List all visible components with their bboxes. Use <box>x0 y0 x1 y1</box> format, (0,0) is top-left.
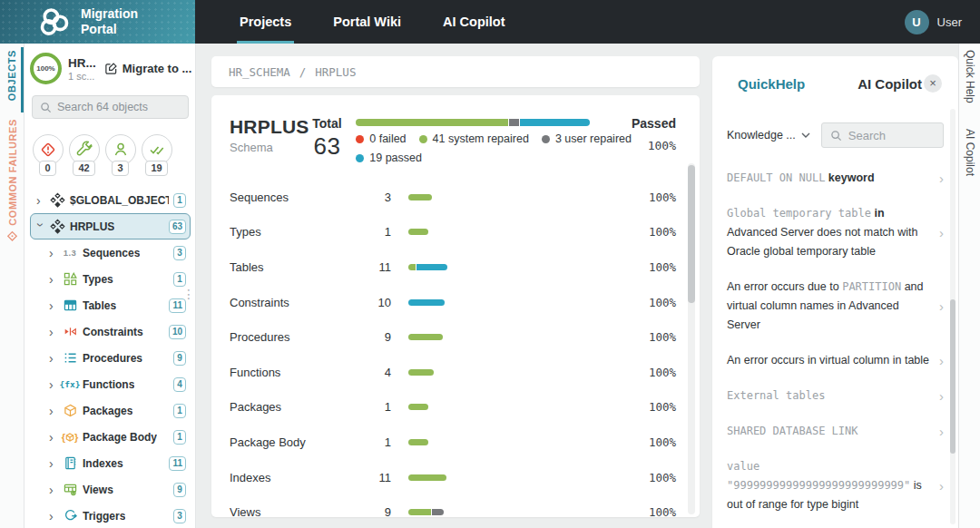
summary-header: HRPLUS Schema Total 63 0 failed41 system… <box>230 116 676 164</box>
knowledge-item-3[interactable]: An error occurs due to PARTITION and vir… <box>727 269 944 343</box>
tab-ai-copilot[interactable]: AI Copilot <box>858 76 922 92</box>
tree-item-constraints[interactable]: ›Constraints10 <box>30 318 191 345</box>
bar-segment-system-repaired <box>356 119 508 126</box>
functions-icon: {fx} <box>62 379 78 389</box>
breadcrumb-object[interactable]: HRPLUS <box>315 65 356 79</box>
rail-tab-ai-copilot[interactable]: AI Copilot <box>964 129 976 176</box>
passed-count: 19 <box>145 161 167 176</box>
chevron-right-icon[interactable]: › <box>49 273 57 286</box>
chevron-right-icon[interactable]: › <box>49 247 57 259</box>
tree-item-label: Functions <box>83 378 134 391</box>
chevron-right-icon[interactable]: › <box>49 431 57 444</box>
tree-item-sequences[interactable]: ›1.3Sequences3 <box>30 240 191 266</box>
chevron-down-icon[interactable]: › <box>34 222 47 230</box>
tree-item-package-body[interactable]: ›{}Package Body1 <box>30 424 191 450</box>
knowledge-item-1[interactable]: DEFAULT ON NULL keyword› <box>727 161 944 196</box>
search-icon <box>830 130 842 142</box>
filter-failed[interactable]: 0 <box>31 134 64 176</box>
chevron-right-icon[interactable]: › <box>36 194 44 207</box>
object-row-indexes[interactable]: Indexes11100% <box>230 460 676 495</box>
main-scrollbar[interactable] <box>688 163 695 514</box>
tree-item-label: Types <box>83 273 113 286</box>
knowledge-item-text: Global temporary table in Advanced Serve… <box>727 204 939 261</box>
object-row-functions[interactable]: Functions4100% <box>230 355 676 390</box>
legend-item: 3 user repaired <box>542 132 632 145</box>
chevron-right-icon[interactable]: › <box>49 299 57 312</box>
knowledge-item-text: SHARED DATABASE LINK <box>727 422 939 441</box>
object-row-count: 9 <box>364 330 391 344</box>
object-row-package-body[interactable]: Package Body1100% <box>230 425 676 460</box>
help-scrollbar[interactable] <box>950 109 956 524</box>
tree-item-functions[interactable]: ›{fx}Functions4 <box>30 371 191 397</box>
chevron-right-icon[interactable]: › <box>49 378 57 391</box>
object-row-count: 4 <box>364 366 391 379</box>
tree-item-label: Indexes <box>83 457 123 470</box>
tree-item-procedures[interactable]: ›Procedures9 <box>30 345 191 371</box>
tree-item-hrplus[interactable]: ›HRPLUS63 <box>30 213 191 240</box>
object-row-sequences[interactable]: Sequences3100% <box>230 180 676 215</box>
rail-tab-common-failures[interactable]: COMMON FAILURES <box>6 119 18 242</box>
tree-item-triggers[interactable]: ›Triggers3 <box>30 503 191 528</box>
nav-tab-portal-wiki[interactable]: Portal Wiki <box>312 0 422 44</box>
object-row-procedures[interactable]: Procedures9100% <box>230 319 676 355</box>
close-icon[interactable]: × <box>924 74 942 93</box>
filter-system-repaired[interactable]: 42 <box>67 134 101 176</box>
tab-quickhelp[interactable]: QuickHelp <box>738 76 805 92</box>
knowledge-dropdown[interactable]: Knowledge ... <box>727 129 810 142</box>
tree-item-label: Procedures <box>83 352 142 365</box>
schema-summary-card: HRPLUS Schema Total 63 0 failed41 system… <box>211 95 700 517</box>
object-row-views[interactable]: Views9100% <box>230 494 676 517</box>
chevron-right-icon[interactable]: › <box>49 352 57 365</box>
main-scrollbar-thumb[interactable] <box>688 165 695 303</box>
rail-tab-quick-help[interactable]: Quick Help <box>964 50 976 103</box>
knowledge-item-6[interactable]: SHARED DATABASE LINK› <box>727 414 944 449</box>
help-search-input[interactable] <box>848 129 935 142</box>
chevron-right-icon[interactable]: › <box>49 510 57 523</box>
search-input[interactable] <box>57 101 181 113</box>
count-badge: 3 <box>173 246 186 260</box>
filter-user-repaired[interactable]: 3 <box>103 134 137 176</box>
tree-item-types[interactable]: ›Types1 <box>30 266 191 292</box>
total-value: 63 <box>309 132 346 161</box>
tree-item-indexes[interactable]: ›Indexes11 <box>30 450 191 476</box>
object-row-constraints[interactable]: Constraints10100% <box>230 285 676 320</box>
object-row-packages[interactable]: Packages1100% <box>230 390 676 425</box>
chevron-right-icon[interactable]: › <box>49 484 57 496</box>
brand[interactable]: Migration Portal <box>0 0 195 44</box>
legend-line: 0 failed41 system repaired3 user repaire… <box>356 132 632 145</box>
chevron-right-icon: › <box>939 478 944 494</box>
tree-item-packages[interactable]: ›Packages1 <box>30 397 191 424</box>
user-menu[interactable]: U User <box>905 0 980 44</box>
object-row-percent: 100% <box>625 505 676 517</box>
count-badge: 1 <box>173 272 186 287</box>
bar-segment <box>416 264 447 270</box>
tree-item-label: $GLOBAL_OBJECTS <box>70 194 169 207</box>
tree-item-global-objects[interactable]: ›$GLOBAL_OBJECTS1 <box>30 187 191 213</box>
knowledge-item-2[interactable]: Global temporary table in Advanced Serve… <box>727 196 944 269</box>
rail-tab-objects[interactable]: OBJECTS <box>6 50 17 101</box>
nav-tab-projects[interactable]: Projects <box>219 0 312 44</box>
object-row-bar <box>408 439 428 445</box>
tree-item-views[interactable]: ›Views9 <box>30 476 191 503</box>
chevron-right-icon[interactable]: › <box>49 457 57 470</box>
breadcrumb-schema[interactable]: HR_SCHEMA <box>229 65 290 79</box>
count-badge: 1 <box>173 404 186 418</box>
chevron-right-icon[interactable]: › <box>49 326 57 338</box>
knowledge-item-5[interactable]: External tables› <box>727 378 944 414</box>
legend-label: 0 failed <box>369 132 406 145</box>
tree-item-tables[interactable]: ›Tables11 <box>30 292 191 318</box>
panel-resize-handle[interactable]: ⋮ <box>182 287 195 301</box>
filter-passed[interactable]: 19 <box>140 134 173 176</box>
legend-dot-icon <box>356 135 364 143</box>
object-row-types[interactable]: Types1100% <box>230 215 676 250</box>
nav-tab-ai-copilot[interactable]: AI Copilot <box>422 0 525 44</box>
object-row-tables[interactable]: Tables11100% <box>230 249 676 285</box>
migrate-button[interactable]: Migrate to ... <box>104 62 192 75</box>
knowledge-item-8[interactable]: DEFAULT ON NULL AS IDENTITY› <box>727 523 944 528</box>
help-panel: QuickHelp AI Copilot × Knowledge ... <box>712 56 958 528</box>
knowledge-item-4[interactable]: An error occurs in virtual column in tab… <box>727 343 944 378</box>
edb-logo-icon <box>38 7 71 37</box>
help-scrollbar-thumb[interactable] <box>950 299 956 454</box>
knowledge-item-7[interactable]: value "99999999999999999999999999" is ou… <box>727 449 944 523</box>
chevron-right-icon[interactable]: › <box>49 405 57 417</box>
